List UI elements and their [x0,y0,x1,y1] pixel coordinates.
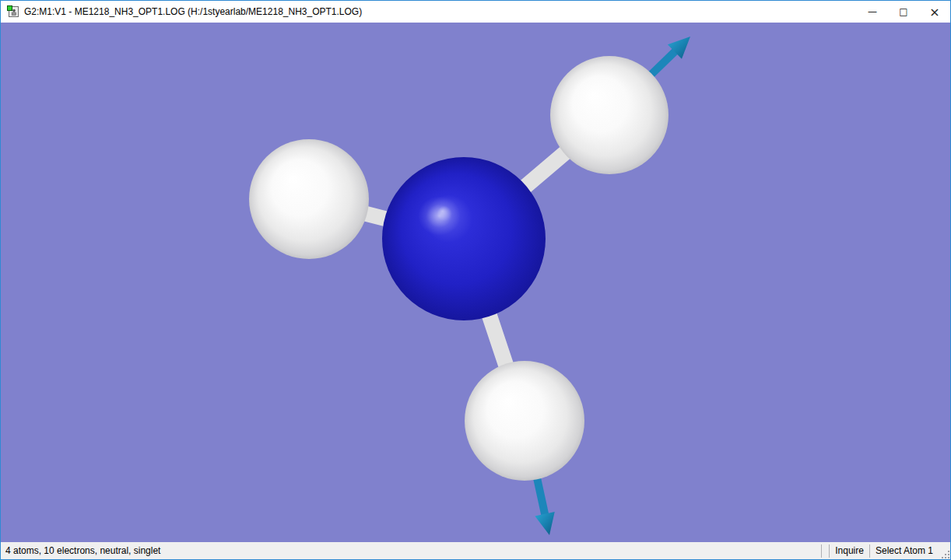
maximize-button[interactable]: □ [888,1,919,23]
molecule-viewport[interactable] [1,23,950,542]
resize-grip-dots [941,550,950,559]
resize-grip[interactable] [939,542,950,559]
dipole-arrow-head [535,512,554,535]
atom-specular-highlight [418,196,461,235]
window-title: G2:M1:V1 - ME1218_NH3_OPT1.LOG (H:/1stye… [24,6,857,17]
mouse-mode-pane: Inquire [830,545,869,556]
title-bar: G2:M1:V1 - ME1218_NH3_OPT1.LOG (H:/1stye… [1,1,950,23]
atom-H[interactable] [465,361,584,481]
atom-H[interactable] [550,56,669,174]
molecule-info-text: 4 atoms, 10 electrons, neutral, singlet [1,545,821,556]
close-button[interactable]: × [919,1,950,23]
app-window: G2:M1:V1 - ME1218_NH3_OPT1.LOG (H:/1stye… [0,0,951,560]
minimize-button[interactable]: — [857,1,888,23]
selection-mode-pane: Select Atom 1 [870,545,939,556]
atom-N[interactable] [382,157,546,320]
atom-H[interactable] [249,139,369,259]
status-bar: 4 atoms, 10 electrons, neutral, singlet … [1,542,950,559]
window-controls: — □ × [857,1,950,23]
app-icon[interactable] [7,5,19,18]
statusbar-empty-pane [822,542,829,559]
molecule-canvas[interactable] [1,23,950,542]
